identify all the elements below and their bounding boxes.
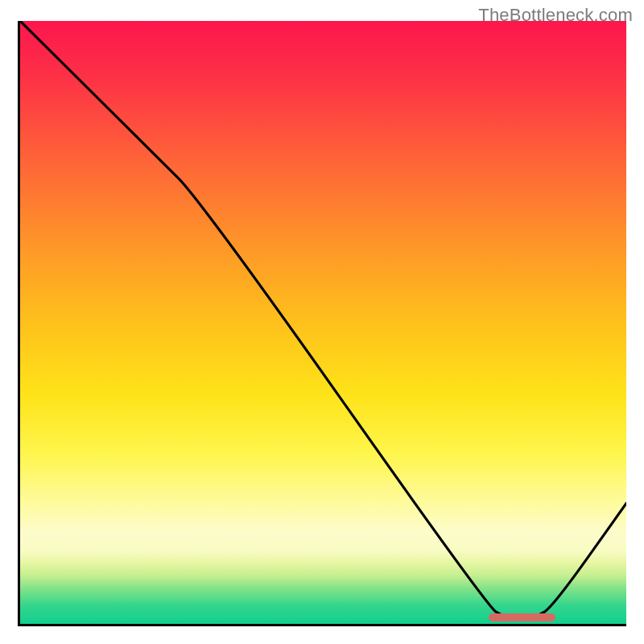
plot-area bbox=[18, 21, 626, 626]
min-marker bbox=[489, 613, 555, 621]
curve-path bbox=[20, 21, 626, 618]
curve-svg bbox=[20, 21, 626, 624]
chart-frame: TheBottleneck.com bbox=[0, 0, 644, 644]
